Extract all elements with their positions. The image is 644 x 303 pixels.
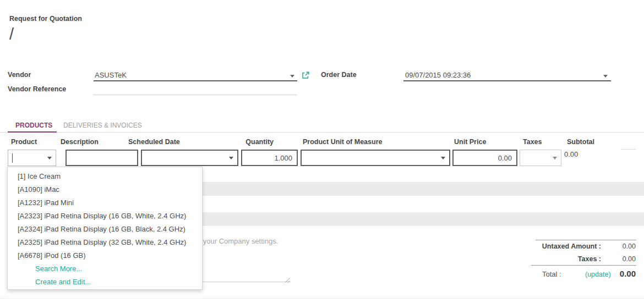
col-uom: Product Unit of Measure	[303, 138, 382, 146]
scheduled-date-caret-icon[interactable]	[229, 157, 233, 159]
taxes-caret-icon[interactable]	[553, 157, 557, 159]
vendor-reference-label: Vendor Reference	[8, 85, 66, 93]
vendor-underline	[94, 80, 297, 81]
col-product: Product	[11, 138, 37, 146]
unit-price-input[interactable]: 0.00	[452, 150, 517, 166]
dropdown-item[interactable]: [A6678] iPod (16 GB)	[8, 249, 202, 262]
totals-mid-line	[531, 265, 636, 266]
product-input[interactable]	[8, 150, 56, 166]
untaxed-amount-label: Untaxed Amount :	[512, 243, 601, 250]
col-unit-price: Unit Price	[454, 138, 486, 146]
dropdown-create-edit[interactable]: Create and Edit...	[8, 276, 202, 289]
tab-deliveries-invoices[interactable]: DELIVERIES & INVOICES	[63, 122, 142, 129]
dropdown-item[interactable]: [A1090] iMac	[8, 183, 202, 196]
dropdown-item[interactable]: [A2324] iPad Retina Display (16 GB, Blac…	[8, 223, 202, 236]
total-value: 0.00	[600, 269, 636, 278]
rfq-form-page: Request for Quotation / Vendor ASUSTeK O…	[0, 0, 644, 303]
col-quantity: Quantity	[219, 138, 274, 146]
notes-placeholder: in your Company settings.	[195, 237, 278, 245]
order-date-value[interactable]: 09/07/2015 09:23:36	[405, 71, 471, 79]
col-taxes: Taxes	[523, 138, 542, 146]
vendor-external-link-icon[interactable]	[302, 71, 309, 81]
textarea-resize-handle-icon[interactable]	[284, 276, 290, 285]
bottom-divider	[0, 298, 644, 299]
description-input[interactable]	[66, 150, 138, 166]
totals-top-line	[536, 240, 636, 240]
vendor-dropdown-caret-icon[interactable]	[290, 75, 294, 78]
total-label: Total :	[542, 270, 561, 278]
order-date-label: Order Date	[321, 71, 357, 79]
scheduled-date-input[interactable]	[141, 150, 238, 166]
doc-type-label: Request for Quotation	[9, 15, 82, 23]
uom-input[interactable]	[301, 150, 450, 166]
uom-caret-icon[interactable]	[441, 157, 445, 159]
quantity-input[interactable]: 1.000	[241, 150, 298, 166]
dropdown-item[interactable]: [A1232] iPad Mini	[8, 196, 202, 210]
dropdown-item[interactable]: [1] Ice Cream	[8, 170, 202, 183]
active-tab-underline	[8, 131, 57, 133]
product-caret-icon[interactable]	[47, 157, 52, 159]
vendor-label: Vendor	[8, 71, 31, 79]
taxes-input[interactable]	[520, 150, 561, 166]
row-end-divider	[621, 149, 636, 150]
dropdown-item[interactable]: [A2323] iPad Retina Display (16 GB, Whit…	[8, 210, 202, 223]
order-date-caret-icon[interactable]	[603, 75, 608, 78]
dropdown-search-more[interactable]: Search More...	[8, 262, 202, 276]
untaxed-amount-value: 0.00	[605, 243, 636, 250]
col-description: Description	[61, 138, 99, 146]
col-scheduled-date: Scheduled Date	[128, 138, 180, 146]
dropdown-item[interactable]: [A2325] iPad Retina Display (32 GB, Whit…	[8, 236, 202, 249]
product-dropdown: [1] Ice Cream [A1090] iMac [A1232] iPad …	[7, 167, 203, 290]
tab-products[interactable]: PRODUCTS	[15, 122, 52, 129]
vendor-value[interactable]: ASUSTeK	[95, 71, 127, 79]
col-subtotal: Subtotal	[567, 138, 594, 146]
order-date-underline	[403, 80, 611, 81]
taxes-total-label: Taxes :	[512, 255, 601, 263]
vendor-reference-underline	[94, 95, 297, 95]
subtotal-value: 0.00	[564, 150, 578, 158]
taxes-total-value: 0.00	[605, 255, 636, 263]
doc-name: /	[9, 25, 14, 43]
text-cursor	[12, 153, 13, 163]
tabs-divider	[0, 132, 644, 133]
